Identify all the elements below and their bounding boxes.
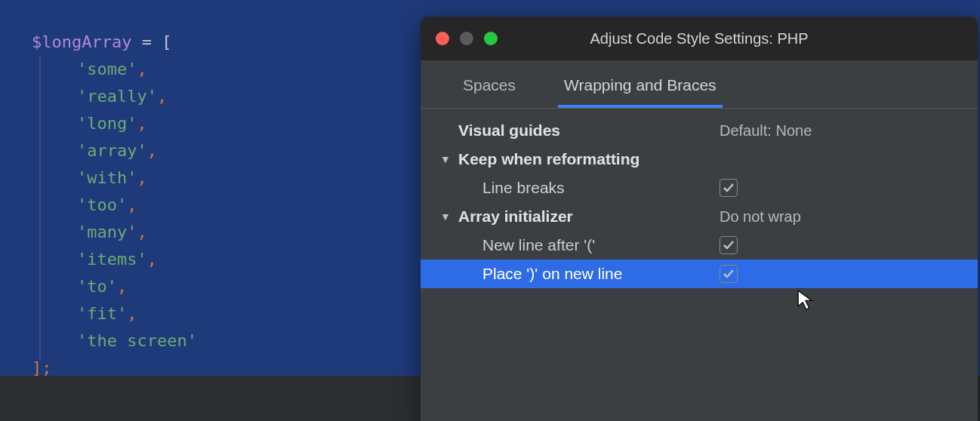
code-style-dialog: Adjust Code Style Settings: PHP Spaces W… xyxy=(421,17,978,421)
setting-label: Line breaks xyxy=(440,179,565,197)
setting-label: Place ')' on new line xyxy=(440,265,622,283)
place-close-paren-checkbox[interactable] xyxy=(720,265,738,283)
setting-label: New line after '(' xyxy=(440,236,595,254)
setting-row-new-line-after-open-paren[interactable]: New line after '(' xyxy=(421,231,978,260)
settings-tree: Visual guides Default: None ▼ Keep when … xyxy=(421,109,978,288)
setting-value[interactable]: Do not wrap xyxy=(720,208,801,226)
setting-row-visual-guides[interactable]: Visual guides Default: None xyxy=(421,116,978,145)
tab-bar: Spaces Wrapping and Braces xyxy=(421,60,978,109)
setting-label: Visual guides xyxy=(458,121,560,140)
setting-label: Array initializer xyxy=(458,207,573,226)
setting-row-array-initializer[interactable]: ▼ Array initializer Do not wrap xyxy=(421,202,978,231)
chevron-down-icon[interactable]: ▼ xyxy=(440,210,454,223)
variable-token: $longArray xyxy=(32,32,131,51)
setting-row-line-breaks[interactable]: Line breaks xyxy=(421,174,978,202)
line-breaks-checkbox[interactable] xyxy=(720,179,738,197)
new-line-after-checkbox[interactable] xyxy=(720,236,738,254)
setting-row-keep-when-reformatting[interactable]: ▼ Keep when reformatting xyxy=(421,145,978,174)
dialog-title: Adjust Code Style Settings: PHP xyxy=(421,30,978,48)
setting-label: Keep when reformatting xyxy=(458,150,639,168)
chevron-down-icon[interactable]: ▼ xyxy=(440,153,454,165)
dialog-titlebar[interactable]: Adjust Code Style Settings: PHP xyxy=(421,17,978,60)
assign-token: = [ xyxy=(131,32,171,51)
setting-row-place-close-paren-new-line[interactable]: Place ')' on new line xyxy=(421,260,978,288)
indent-guide xyxy=(39,57,41,359)
tab-wrapping-and-braces[interactable]: Wrapping and Braces xyxy=(558,76,723,108)
setting-value[interactable]: Default: None xyxy=(720,122,812,140)
tab-spaces[interactable]: Spaces xyxy=(457,76,522,108)
